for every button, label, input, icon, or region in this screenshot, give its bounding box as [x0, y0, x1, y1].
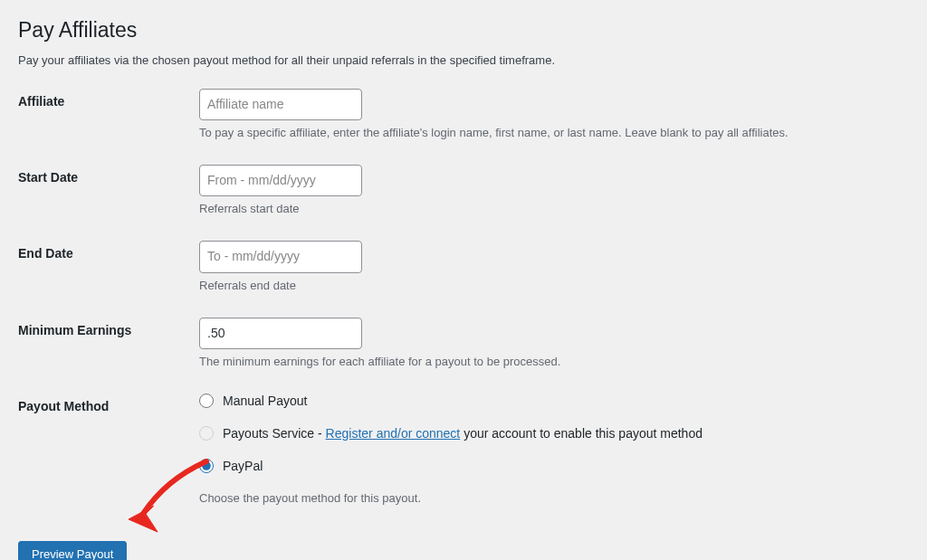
radio-manual-payout[interactable]: Manual Payout — [199, 394, 909, 408]
radio-payouts-service: Payouts Service - Register and/or connec… — [199, 426, 909, 441]
page-description: Pay your affiliates via the chosen payou… — [18, 53, 909, 67]
start-date-label: Start Date — [18, 165, 199, 185]
radio-paypal-label: PayPal — [223, 459, 263, 473]
preview-payout-button[interactable]: Preview Payout — [18, 541, 127, 560]
end-date-input[interactable] — [199, 241, 362, 272]
radio-disabled-icon — [199, 426, 214, 441]
end-date-label: End Date — [18, 241, 199, 261]
start-date-input[interactable] — [199, 165, 362, 196]
payouts-service-suffix: your account to enable this payout metho… — [460, 426, 702, 441]
affiliate-label: Affiliate — [18, 89, 199, 109]
minimum-earnings-input[interactable] — [199, 318, 362, 349]
affiliate-description: To pay a specific affiliate, enter the a… — [199, 126, 909, 139]
payouts-service-prefix: Payouts Service - — [223, 426, 326, 441]
minimum-earnings-label: Minimum Earnings — [18, 318, 199, 337]
payout-method-description: Choose the payout method for this payout… — [199, 491, 909, 505]
end-date-description: Referrals end date — [199, 279, 909, 292]
payouts-service-link[interactable]: Register and/or connect — [326, 426, 461, 441]
radio-manual-label: Manual Payout — [223, 394, 307, 408]
start-date-description: Referrals start date — [199, 202, 909, 215]
payout-method-label: Payout Method — [18, 394, 199, 413]
minimum-earnings-description: The minimum earnings for each affiliate … — [199, 355, 909, 368]
radio-paypal-input[interactable] — [199, 459, 214, 473]
radio-paypal[interactable]: PayPal — [199, 459, 909, 473]
affiliate-input[interactable] — [199, 89, 362, 120]
page-title: Pay Affiliates — [18, 18, 909, 43]
radio-manual-input[interactable] — [199, 394, 214, 408]
